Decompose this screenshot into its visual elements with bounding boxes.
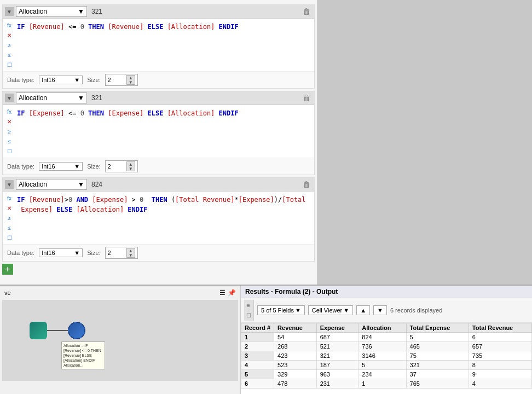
box-icon-3[interactable]: ☐: [5, 233, 14, 242]
table-row: 647823117654: [241, 379, 532, 389]
le-icon-2[interactable]: ≤: [5, 137, 14, 146]
formula-footer-1: Data type: Int16▼ Size: 2 ▲ ▼: [3, 71, 314, 88]
table-cell: 8: [469, 361, 531, 370]
size-label-1: Size:: [87, 77, 100, 83]
datatype-dropdown-3[interactable]: Int16▼: [39, 248, 83, 257]
table-cell: 765: [406, 379, 469, 389]
size-input-1: 2 ▲ ▼: [105, 74, 138, 86]
collapse-btn-3[interactable]: ▼: [5, 180, 14, 189]
minimap-book-node[interactable]: [30, 322, 47, 339]
formula-code-3: IF [Revenue]>0 AND [Expense] > 0 THEN ([…: [16, 194, 312, 242]
minimap-formula-node[interactable]: [68, 322, 85, 339]
fx-icon-2[interactable]: fx: [5, 107, 14, 116]
col-header-expense: Expense: [316, 323, 358, 333]
table-cell: 423: [274, 351, 317, 361]
field-dropdown-3[interactable]: Allocation ▼: [16, 179, 87, 190]
cell-viewer-btn[interactable]: Cell Viewer ▼: [308, 305, 353, 315]
formula-body-3: fx ✕ ≥ ≤ ☐ IF [Revenue]>0 AND [Expense] …: [3, 192, 314, 244]
x-icon-1[interactable]: ✕: [5, 31, 14, 39]
sort-down-btn[interactable]: ▼: [373, 305, 387, 315]
fx-icon-3[interactable]: fx: [5, 194, 14, 202]
ge-icon-3[interactable]: ≥: [5, 213, 14, 222]
minimap-menu-btn[interactable]: ☰: [219, 289, 225, 297]
sort-up-btn[interactable]: ▲: [356, 305, 370, 315]
table-cell: 231: [316, 379, 358, 389]
formula-block-1: ▼ Allocation ▼ 321 🗑 fx ✕ ≥ ≤ ☐ IF [Reve…: [2, 4, 315, 89]
formula-header-1: ▼ Allocation ▼ 321 🗑: [3, 5, 314, 19]
datatype-dropdown-1[interactable]: Int16▼: [39, 76, 83, 84]
formula-code-2: IF [Expense] <= 0 THEN [Expense] ELSE [A…: [16, 107, 312, 155]
formula-block-3: ▼ Allocation ▼ 824 🗑 fx ✕ ≥ ≤ ☐ IF [Reve…: [2, 177, 315, 262]
delete-btn-3[interactable]: 🗑: [301, 179, 312, 190]
minimap-connector: [47, 330, 68, 331]
fields-filter-btn[interactable]: 5 of 5 Fields ▼: [257, 305, 305, 315]
size-down-3[interactable]: ▼: [127, 253, 135, 257]
le-icon-1[interactable]: ≤: [5, 50, 14, 59]
ge-icon-2[interactable]: ≥: [5, 127, 14, 136]
table-cell: 521: [316, 342, 358, 351]
side-icons-1: fx ✕ ≥ ≤ ☐: [5, 21, 14, 69]
minimap-header: ve ☰ 📌: [2, 288, 238, 298]
side-icons-2: fx ✕ ≥ ≤ ☐: [5, 107, 14, 155]
table-row: 3423321314675735: [241, 351, 532, 361]
size-down-1[interactable]: ▼: [127, 80, 135, 84]
fx-icon-1[interactable]: fx: [5, 21, 14, 30]
table-cell: 37: [406, 370, 469, 379]
table-cell: 963: [316, 370, 358, 379]
table-cell: 824: [358, 333, 406, 342]
x-icon-3[interactable]: ✕: [5, 204, 14, 212]
datatype-label-1: Data type:: [7, 77, 34, 83]
delete-btn-2[interactable]: 🗑: [301, 92, 312, 103]
table-cell: 478: [274, 379, 317, 389]
formula-header-3: ▼ Allocation ▼ 824 🗑: [3, 178, 314, 192]
table-cell: 465: [406, 342, 469, 351]
results-table-container: Record # Revenue Expense Allocation Tota…: [241, 323, 532, 389]
results-sidebar-icon-1[interactable]: ≡: [244, 301, 253, 310]
minimap-panel: ve ☰ 📌 Allocation = IF [Revenue] <= 0 TH…: [0, 286, 241, 394]
ge-icon-1[interactable]: ≥: [5, 40, 14, 49]
formula-body-2: fx ✕ ≥ ≤ ☐ IF [Expense] <= 0 THEN [Expen…: [3, 105, 314, 158]
size-label-3: Size:: [87, 250, 100, 256]
x-icon-2[interactable]: ✕: [5, 117, 14, 126]
add-formula-button[interactable]: +: [2, 264, 13, 275]
field-dropdown-2[interactable]: Allocation ▼: [16, 92, 87, 103]
size-spinner-2[interactable]: ▲ ▼: [126, 161, 135, 171]
results-sidebar-icon-2[interactable]: ☐: [244, 311, 253, 320]
size-down-2[interactable]: ▼: [127, 166, 135, 171]
results-table: Record # Revenue Expense Allocation Tota…: [241, 323, 532, 389]
col-header-total-expense: Total Expense: [406, 323, 469, 333]
bottom-panel: ve ☰ 📌 Allocation = IF [Revenue] <= 0 TH…: [0, 285, 532, 394]
datatype-dropdown-2[interactable]: Int16▼: [39, 162, 83, 171]
table-cell: 687: [316, 333, 358, 342]
size-input-3: 2 ▲ ▼: [105, 247, 138, 259]
formula-code-1: IF [Revenue] <= 0 THEN [Revenue] ELSE [A…: [16, 21, 312, 69]
minimap-content: Allocation = IF [Revenue] <= 0 THEN [Rev…: [2, 300, 238, 381]
collapse-btn-1[interactable]: ▼: [5, 7, 14, 16]
table-cell: 4: [469, 379, 531, 389]
results-header: Results - Formula (2) - Output: [241, 286, 532, 298]
size-spinner-1[interactable]: ▲ ▼: [126, 75, 135, 85]
table-cell: 54: [274, 333, 317, 342]
table-cell: 5: [241, 370, 274, 379]
table-header-row: Record # Revenue Expense Allocation Tota…: [241, 323, 532, 333]
table-cell: 329: [274, 370, 317, 379]
records-count: 6 records displayed: [390, 307, 442, 314]
table-cell: 268: [274, 342, 317, 351]
table-row: 15468782456: [241, 333, 532, 342]
box-icon-1[interactable]: ☐: [5, 60, 14, 69]
collapse-btn-2[interactable]: ▼: [5, 94, 14, 102]
table-cell: 75: [406, 351, 469, 361]
minimap-pin-btn[interactable]: 📌: [228, 289, 236, 297]
le-icon-3[interactable]: ≤: [5, 223, 14, 232]
size-spinner-3[interactable]: ▲ ▼: [126, 248, 135, 258]
field-dropdown-1[interactable]: Allocation ▼: [16, 6, 87, 17]
col-header-total-revenue: Total Revenue: [469, 323, 531, 333]
formula-panel: ▼ Allocation ▼ 321 🗑 fx ✕ ≥ ≤ ☐ IF [Reve…: [0, 0, 317, 285]
formula-body-1: fx ✕ ≥ ≤ ☐ IF [Revenue] <= 0 THEN [Reven…: [3, 19, 314, 71]
results-panel: Results - Formula (2) - Output ≡ ☐ 5 of …: [241, 286, 532, 394]
table-cell: 321: [406, 361, 469, 370]
box-icon-2[interactable]: ☐: [5, 147, 14, 155]
datatype-label-2: Data type:: [7, 163, 34, 170]
table-cell: 735: [469, 351, 531, 361]
delete-btn-1[interactable]: 🗑: [301, 6, 312, 17]
